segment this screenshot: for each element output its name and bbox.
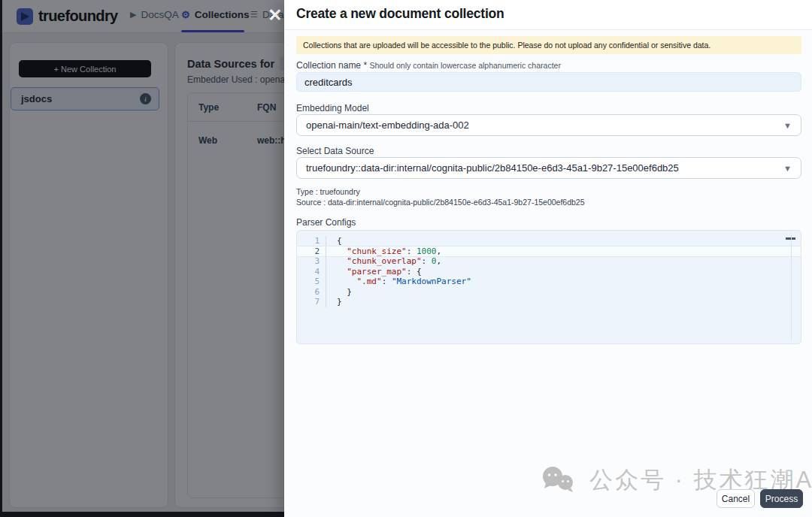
- collection-name-hint: Should only contain lowercase alphanumer…: [369, 61, 560, 70]
- chevron-down-icon: ▼: [783, 121, 792, 130]
- banner-text: Collections that are uploaded will be ac…: [303, 41, 710, 50]
- process-button[interactable]: Process: [760, 489, 803, 508]
- code-line: 2 "chunk_size": 1000,: [297, 246, 801, 257]
- cancel-button[interactable]: Cancel: [717, 489, 755, 508]
- data-source-label: Select Data Source: [296, 146, 374, 156]
- drawer-title: Create a new document collection: [296, 6, 504, 22]
- chevron-down-icon: ▼: [783, 164, 792, 173]
- embedding-model-select[interactable]: openai-main/text-embedding-ada-002 ▼: [296, 114, 801, 136]
- code-line: 5 ".md": "MarkdownParser": [297, 277, 801, 287]
- type-line: Type : truefoundry: [296, 187, 360, 196]
- embedding-model-label: Embedding Model: [296, 103, 369, 113]
- close-icon[interactable]: ✕: [264, 4, 286, 26]
- code-lines: 1{2 "chunk_size": 1000,3 "chunk_overlap"…: [297, 236, 801, 307]
- code-line: 6 }: [297, 287, 801, 298]
- drawer-footer: Cancel Process: [717, 489, 803, 508]
- create-collection-drawer: Create a new document collection Collect…: [284, 0, 812, 517]
- code-line: 4 "parser_map": {: [297, 267, 801, 277]
- source-line: Source : data-dir:internal/cognita-publi…: [296, 198, 585, 207]
- wechat-icon: [540, 465, 579, 495]
- drawer-header: Create a new document collection: [284, 0, 812, 30]
- code-line: 3 "chunk_overlap": 0,: [297, 256, 801, 267]
- parser-config-editor[interactable]: 1{2 "chunk_size": 1000,3 "chunk_overlap"…: [296, 230, 801, 344]
- data-source-value: truefoundry::data-dir:internal/cognita-p…: [306, 162, 783, 174]
- code-line: 7}: [297, 297, 801, 307]
- embedding-model-value: openai-main/text-embedding-ada-002: [306, 119, 783, 131]
- code-line: 1{: [297, 236, 801, 246]
- data-source-select[interactable]: truefoundry::data-dir:internal/cognita-p…: [296, 157, 801, 179]
- collection-name-label: Collection name * Should only contain lo…: [296, 60, 561, 71]
- parser-configs-label: Parser Configs: [296, 217, 356, 228]
- collection-name-input[interactable]: [296, 72, 801, 92]
- editor-scrollbar[interactable]: [791, 234, 792, 340]
- public-warning-banner: Collections that are uploaded will be ac…: [296, 36, 801, 54]
